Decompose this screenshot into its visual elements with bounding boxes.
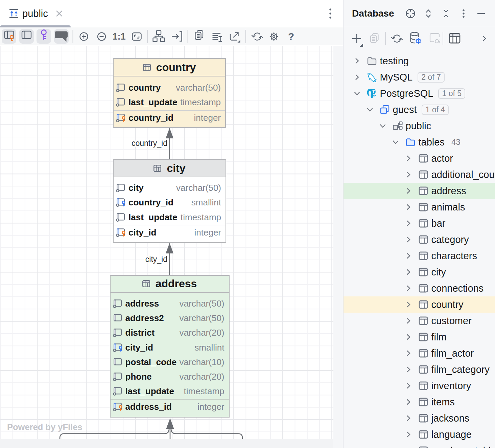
svg-text:Powered by yFiles: Powered by yFiles — [7, 422, 82, 432]
svg-text:?: ? — [288, 31, 294, 42]
svg-text:1:1: 1:1 — [112, 31, 125, 42]
svg-text:city_id: city_id — [145, 255, 167, 264]
svg-text:country_id: country_id — [132, 139, 167, 148]
